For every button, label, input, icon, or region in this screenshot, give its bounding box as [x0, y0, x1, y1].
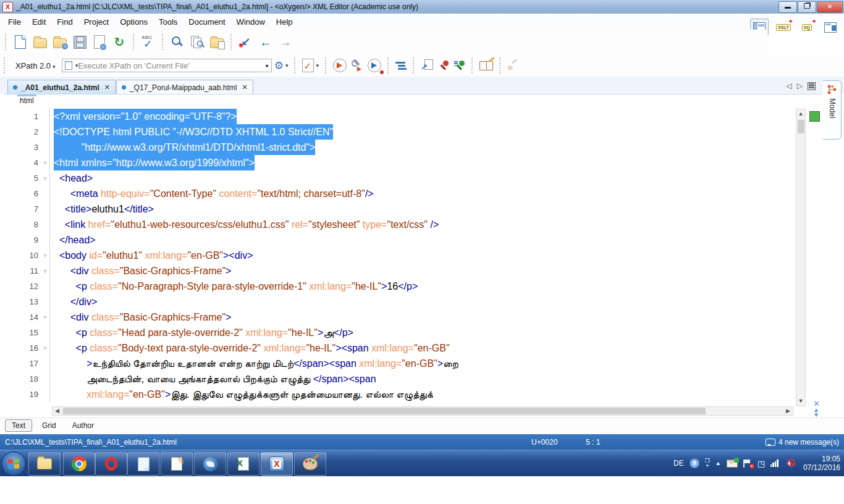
fold-toggle-icon[interactable]: ▿	[41, 170, 49, 186]
code-line-12[interactable]: 12 <p class="No-Paragraph-Style para-sty…	[0, 279, 795, 294]
menu-find[interactable]: Find	[51, 15, 78, 28]
model-panel-tab[interactable]: Model	[823, 80, 842, 140]
manage-reviews-button[interactable]	[477, 57, 496, 74]
menu-document[interactable]: Document	[183, 15, 230, 28]
fold-toggle-icon[interactable]: ▿	[41, 155, 49, 170]
pin-green-button[interactable]	[452, 57, 468, 74]
language-indicator[interactable]: DE	[673, 459, 684, 468]
new-document-button[interactable]	[11, 32, 30, 52]
code-line-15[interactable]: 15 <p class="Head para-style-override-2"…	[0, 325, 795, 340]
code-line-10[interactable]: 10▿ <body id="eluthu1" xml:lang="en-GB">…	[0, 248, 795, 263]
xquery-debugger-button[interactable]: XQ ✦	[798, 19, 816, 35]
last-modification-button[interactable]: ↙ ✱	[236, 32, 256, 52]
tab-list-icon[interactable]	[808, 82, 816, 90]
code-line-4[interactable]: 4▿<html xmlns="http://www.w3.org/1999/xh…	[0, 155, 795, 170]
save-to-url-button[interactable]	[90, 32, 109, 52]
clock[interactable]: 19:05 07/12/2016	[800, 455, 840, 472]
taskbar-notepad[interactable]	[127, 452, 159, 476]
database-perspective-button[interactable]	[822, 19, 839, 35]
code-line-17[interactable]: 17 >உந்தியில் தோன்றிய உதானன் என்ற காற்று…	[0, 356, 795, 371]
taskbar-excel[interactable]: X	[227, 452, 260, 476]
find-in-files-button[interactable]	[187, 32, 207, 52]
code-line-9[interactable]: 9 </head>	[0, 232, 795, 248]
code-line-14[interactable]: 14▿ <div class="Basic-Graphics-Frame">	[0, 309, 795, 325]
forward-button[interactable]: →	[276, 32, 295, 52]
taskbar-oxygen[interactable]: X	[261, 452, 293, 476]
scroll-left-icon[interactable]: ◀	[53, 407, 62, 415]
find-replace-button[interactable]	[167, 32, 187, 52]
open-url-button[interactable]	[50, 32, 70, 52]
back-button[interactable]: ←	[256, 32, 276, 52]
code-line-3[interactable]: 3 "http://www.w3.org/TR/xhtml1/DTD/xhtml…	[0, 140, 795, 155]
minimize-button[interactable]: ▬	[779, 1, 797, 13]
menu-help[interactable]: Help	[271, 15, 298, 28]
tab-a01-eluthu1[interactable]: _A01_eluthu1_2a.html ✕	[7, 80, 116, 94]
apply-transformation-button[interactable]	[331, 57, 349, 74]
menu-tools[interactable]: Tools	[153, 15, 183, 28]
fold-toggle-icon[interactable]: ▿	[41, 263, 49, 279]
scroll-down-icon[interactable]: ▼	[796, 397, 805, 406]
vertical-scrollbar[interactable]: ▲ ▼	[796, 109, 806, 406]
validate-button[interactable]: ✓▾	[300, 57, 321, 74]
spell-check-button[interactable]: ABC✓	[138, 32, 158, 52]
mail-tray-icon[interactable]	[727, 460, 738, 468]
status-messages[interactable]: 4 new message(s)	[766, 438, 839, 447]
menu-file[interactable]: File	[2, 15, 27, 28]
go-to-definition-button[interactable]: ↗	[418, 57, 436, 74]
menu-edit[interactable]: Edit	[27, 15, 51, 28]
debug-transformation-button[interactable]	[365, 57, 384, 74]
scroll-tabs-left-icon[interactable]: ◁	[787, 82, 792, 90]
close-tab-icon[interactable]: ✕	[104, 83, 110, 91]
menu-options[interactable]: Options	[114, 15, 153, 28]
pin-red-button[interactable]	[436, 57, 452, 74]
network-icon[interactable]: ◳	[757, 459, 765, 468]
vertical-scroll-thumb[interactable]	[798, 120, 804, 133]
xpath-version-select[interactable]: XPath 2.0▾	[15, 61, 56, 70]
code-line-13[interactable]: 13 </div>	[0, 294, 795, 309]
volume-muted-icon[interactable]	[784, 459, 794, 468]
show-hidden-icons[interactable]: ▲	[715, 460, 721, 466]
horizontal-scroll-thumb[interactable]	[63, 408, 706, 414]
fold-toggle-icon[interactable]: ▿	[41, 309, 49, 325]
code-line-1[interactable]: 1<?xml version="1.0" encoding="UTF-8"?>	[0, 109, 795, 124]
taskbar-thunderbird[interactable]	[194, 452, 226, 476]
horizontal-scrollbar[interactable]: ◀ ▶	[52, 406, 793, 416]
code-line-11[interactable]: 11▿ <div class="Basic-Graphics-Frame">	[0, 263, 795, 279]
format-indent-button[interactable]	[393, 57, 409, 74]
code-line-2[interactable]: 2<!DOCTYPE html PUBLIC "-//W3C//DTD XHTM…	[0, 124, 795, 140]
view-mode-grid[interactable]: Grid	[36, 420, 62, 431]
configure-transformation-button[interactable]	[349, 57, 365, 74]
action-center-flag-icon[interactable]: ✕	[743, 460, 752, 468]
close-button[interactable]: ✕	[817, 1, 843, 13]
scroll-tabs-right-icon[interactable]: ▷	[797, 82, 803, 90]
view-mode-author[interactable]: Author	[66, 420, 100, 431]
fold-toggle-icon[interactable]: ▿	[41, 248, 49, 263]
taskbar-opera[interactable]	[95, 452, 127, 476]
taskbar-windows-explorer[interactable]	[28, 452, 61, 476]
start-button[interactable]	[1, 452, 26, 476]
xpath-input[interactable]: ▾ Execute XPath on 'Current File' ▾	[62, 59, 272, 72]
save-button[interactable]	[70, 32, 90, 52]
signal-strength-icon[interactable]	[770, 460, 779, 467]
close-tab-icon[interactable]: ✕	[242, 83, 247, 91]
xslt-debugger-button[interactable]: XSLT ✦	[775, 19, 792, 35]
breadcrumb-item-html[interactable]: html	[17, 94, 36, 105]
restore-button[interactable]	[798, 1, 816, 13]
taskbar-notepad-plus-plus[interactable]: ✎	[161, 452, 193, 476]
code-line-19[interactable]: 19 xml:lang="en-GB">இது. இதுவே எழுத்துக்…	[0, 387, 795, 402]
xpath-settings-button[interactable]: ⚙▾	[272, 57, 291, 74]
menu-project[interactable]: Project	[78, 15, 114, 28]
code-line-7[interactable]: 7 <title>eluthu1</title>	[0, 201, 795, 217]
taskbar-paint[interactable]	[294, 452, 326, 476]
xpath-history-dropdown-icon[interactable]: ▾	[266, 62, 269, 69]
code-line-6[interactable]: 6 <meta http-equiv="Content-Type" conten…	[0, 186, 795, 201]
code-line-5[interactable]: 5▿ <head>	[0, 170, 795, 186]
code-line-8[interactable]: 8 <link href="eluthu1-web-resources/css/…	[0, 217, 795, 232]
window-restore-tray-icon[interactable]: ❐▾	[705, 459, 710, 468]
filter-button[interactable]	[505, 57, 520, 74]
find-resource-button[interactable]	[207, 32, 227, 52]
open-folder-button[interactable]	[30, 32, 50, 52]
help-icon[interactable]: ?	[690, 458, 699, 468]
split-editor-icon[interactable]: ▲▼	[813, 408, 819, 418]
tab-q17-porul-maippadu[interactable]: _Q17_Porul-Maippadu_aab.html ✕	[116, 80, 253, 94]
